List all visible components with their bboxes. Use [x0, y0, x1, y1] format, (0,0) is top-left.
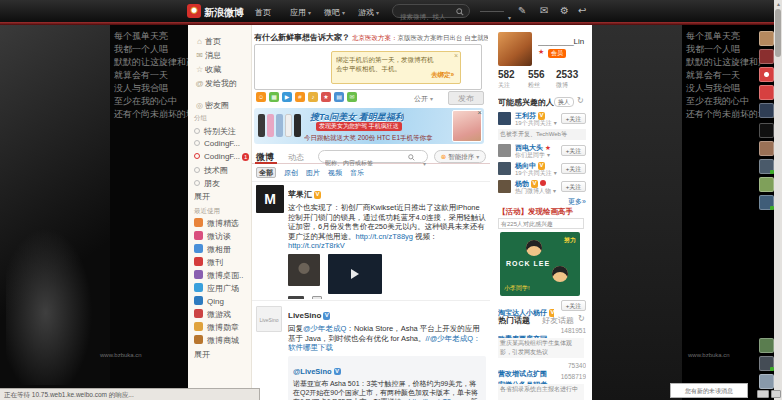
- browser-scrollbar[interactable]: [774, 0, 782, 400]
- stat-followers[interactable]: 556粉丝: [528, 69, 545, 90]
- post-author[interactable]: LiveSino: [288, 311, 321, 320]
- photo-thumbnail-small[interactable]: [288, 296, 304, 300]
- sidebar-item-home[interactable]: ⌂首页: [194, 36, 221, 48]
- notification-toast[interactable]: 您有新的未读消息: [670, 383, 748, 398]
- profile-name[interactable]: ________Lin: [538, 37, 586, 46]
- chat-dock-avatar[interactable]: [759, 123, 774, 138]
- chat-dock-avatar[interactable]: [759, 31, 774, 46]
- person-subtitle[interactable]: 热门微博人物: [515, 187, 556, 196]
- bind-phone-link[interactable]: 去绑定»: [431, 71, 454, 80]
- avatar[interactable]: [498, 144, 511, 157]
- longweibo-icon[interactable]: ▤: [334, 92, 344, 102]
- topnav-search-input[interactable]: [400, 11, 458, 23]
- person-subtitle[interactable]: 19个共同关注: [515, 119, 557, 128]
- chat-dock-avatar[interactable]: [759, 356, 774, 371]
- mention-link[interactable]: @少年老成Q: [303, 324, 346, 333]
- weibo-logo-text[interactable]: 新浪微博: [204, 6, 244, 20]
- post-link[interactable]: http://t.cn/zT8rkV: [288, 241, 345, 250]
- search-scope-dropdown[interactable]: [421, 152, 426, 170]
- chat-dock-avatar[interactable]: [759, 177, 774, 192]
- refresh-icon[interactable]: ↻: [578, 314, 585, 323]
- chat-dock-avatar[interactable]: [759, 159, 774, 174]
- logout-icon[interactable]: ↩: [578, 5, 586, 16]
- sidebar-app-item[interactable]: 微博商城: [194, 335, 239, 347]
- photo-thumbnail[interactable]: [288, 254, 320, 286]
- sidebar-app-item[interactable]: 微游戏: [194, 309, 231, 321]
- feed-search[interactable]: [318, 150, 428, 163]
- sidebar-group-tech[interactable]: 技术圈: [194, 165, 228, 177]
- compose-textbox[interactable]: × 绑定手机后的第一天，发微博有机 会中平板相机、手机。 去绑定»: [254, 44, 482, 90]
- member-badge[interactable]: 会员: [548, 49, 566, 58]
- publish-button[interactable]: 发布: [448, 91, 484, 105]
- avatar[interactable]: LiveSino: [256, 306, 282, 332]
- avatar[interactable]: M: [256, 185, 284, 213]
- post-link[interactable]: http://t.cn/zT88yg: [356, 232, 414, 241]
- avatar[interactable]: [498, 180, 511, 193]
- topic-icon[interactable]: #: [295, 92, 305, 102]
- person-subtitle[interactable]: 19个共同关注: [515, 169, 557, 178]
- sidebar-item-favorites[interactable]: ☆收藏: [194, 64, 221, 76]
- weibo-logo-icon[interactable]: [187, 4, 201, 18]
- avatar[interactable]: [498, 112, 511, 125]
- chat-dock-avatar[interactable]: [759, 374, 774, 389]
- activity-image[interactable]: 努力 ROCK LEE 小李同学!: [500, 232, 580, 296]
- image-icon[interactable]: ▦: [269, 92, 279, 102]
- video-icon[interactable]: ▶: [282, 92, 292, 102]
- activity-title-link[interactable]: 【活动】发现绘画高手: [498, 207, 586, 217]
- stat-following[interactable]: 582关注: [498, 69, 515, 90]
- more-tools-icon[interactable]: ✉: [347, 92, 357, 102]
- nav-games[interactable]: 游戏: [358, 7, 379, 18]
- video-thumbnail[interactable]: [328, 254, 382, 294]
- gear-icon[interactable]: ⚙: [560, 5, 569, 16]
- tab-dynamic[interactable]: 动态: [288, 152, 304, 163]
- filter-video[interactable]: 视频: [328, 168, 342, 178]
- stat-posts[interactable]: 2533微博: [556, 69, 578, 90]
- photo-thumbnail-small[interactable]: [312, 296, 322, 300]
- profile-avatar[interactable]: [498, 32, 532, 66]
- filter-original[interactable]: 原创: [284, 168, 298, 178]
- sidebar-group-special[interactable]: 特别关注: [194, 126, 236, 138]
- chat-dock-avatar[interactable]: [759, 141, 774, 156]
- follow-button[interactable]: +关注: [561, 113, 586, 124]
- topic-ticker[interactable]: 北京医改方案：京版医改方案昨日出台 自主就医将受限 热门话题: [352, 34, 488, 43]
- nav-weiba[interactable]: 微吧: [324, 7, 345, 18]
- chat-dock-avatar[interactable]: [759, 195, 774, 210]
- sidebar-app-item[interactable]: 应用广场: [194, 283, 239, 295]
- chat-dock-avatar[interactable]: [759, 85, 774, 100]
- post-author[interactable]: 苹果汇: [288, 190, 312, 199]
- vote-icon[interactable]: ★: [321, 92, 331, 102]
- compose-icon[interactable]: ✎: [518, 5, 526, 16]
- chat-dock-avatar[interactable]: [759, 103, 774, 118]
- sidebar-app-item[interactable]: 微博精选: [194, 218, 239, 230]
- sidebar-app-item[interactable]: 微博勋章: [194, 322, 239, 334]
- dock-collapse-button[interactable]: [771, 390, 781, 398]
- sidebar-item-messages[interactable]: ✉消息: [194, 50, 221, 62]
- smart-sort-button[interactable]: ⊚ 智能排序: [434, 150, 486, 163]
- sidebar-app-item[interactable]: 微相册: [194, 244, 231, 256]
- avatar[interactable]: [498, 162, 511, 175]
- sidebar-app-item[interactable]: Qing: [194, 296, 224, 308]
- sidebar-group-coding1[interactable]: CodingF...: [194, 139, 240, 151]
- nav-home[interactable]: 首页: [255, 7, 271, 18]
- sidebar-group-coding2[interactable]: CodingF...1: [194, 152, 249, 164]
- mail-icon[interactable]: ✉: [540, 5, 548, 16]
- sidebar-app-item[interactable]: 微刊: [194, 257, 223, 269]
- filter-all[interactable]: 全部: [256, 167, 276, 178]
- apps-expand-link[interactable]: 展开: [194, 349, 210, 361]
- follow-button[interactable]: +关注: [561, 181, 586, 192]
- visibility-dropdown[interactable]: 公开: [414, 94, 433, 104]
- topnav-search[interactable]: [392, 4, 470, 18]
- ad-banner[interactable]: 搜Ta问美女 看明星福利 发现美女为您护驾 手机疯狂送 今日跟帖就送大奖 200…: [254, 108, 484, 144]
- search-icon[interactable]: [408, 154, 415, 161]
- sidebar-app-item[interactable]: 微博桌面..: [194, 270, 243, 282]
- follow-button[interactable]: +关注: [561, 145, 586, 156]
- nav-apps[interactable]: 应用: [290, 7, 311, 18]
- scrollbar-thumb[interactable]: [775, 9, 781, 57]
- sidebar-item-close-friends[interactable]: ◎密友圈: [194, 100, 229, 112]
- feed-search-input[interactable]: [325, 158, 403, 169]
- refresh-icon[interactable]: ↻: [577, 96, 584, 105]
- filter-image[interactable]: 图片: [306, 168, 320, 178]
- follow-button[interactable]: +关注: [561, 300, 586, 311]
- chat-dock-avatar[interactable]: [759, 67, 774, 82]
- sidebar-app-item[interactable]: 微访谈: [194, 231, 231, 243]
